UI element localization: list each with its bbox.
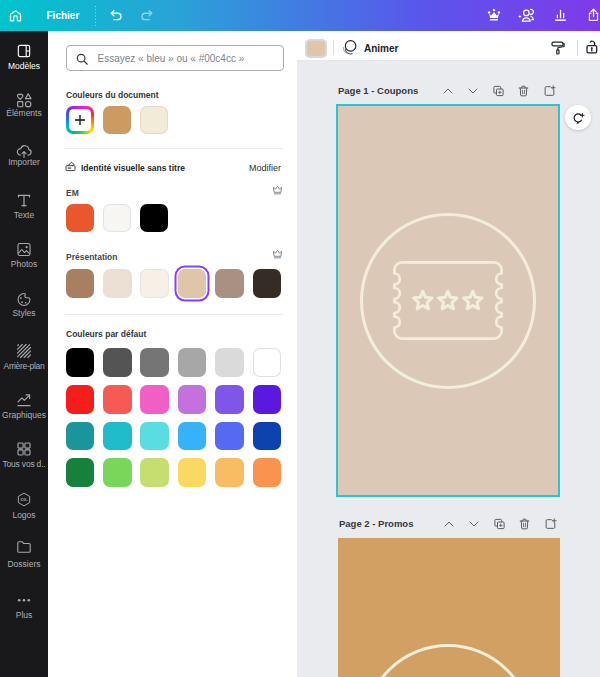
svg-text:co.: co. bbox=[20, 497, 28, 502]
